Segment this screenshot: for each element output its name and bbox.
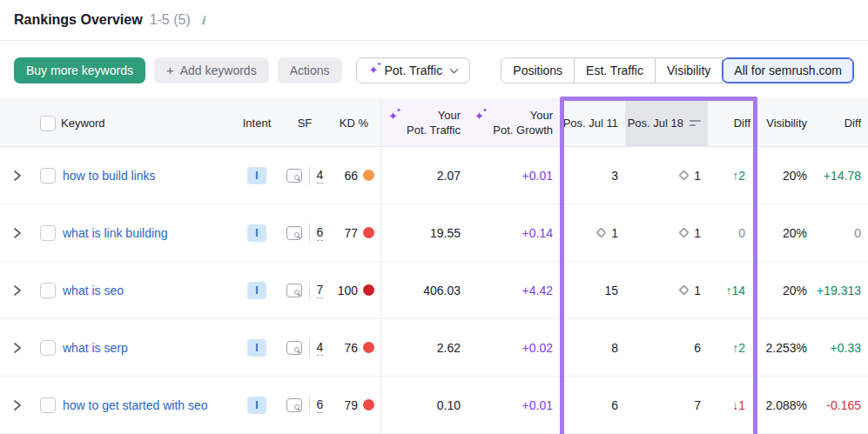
header-diff[interactable]: Diff bbox=[708, 100, 757, 146]
keyword-link[interactable]: how to build links bbox=[61, 169, 156, 183]
row-checkbox[interactable] bbox=[40, 168, 56, 184]
header-visibility-diff[interactable]: Diff bbox=[814, 100, 868, 146]
keyword-cell: what is link building bbox=[61, 204, 235, 261]
serp-features-icon[interactable] bbox=[286, 169, 302, 183]
sf-count[interactable]: 4 bbox=[317, 339, 324, 356]
header-pos-jul-18[interactable]: Pos. Jul 18 bbox=[625, 100, 708, 146]
kd-difficulty-dot bbox=[363, 170, 374, 181]
info-icon[interactable]: i bbox=[201, 14, 205, 27]
tab-positions[interactable]: Positions bbox=[501, 57, 575, 83]
header-kd[interactable]: KD % bbox=[331, 100, 380, 146]
intent-badge[interactable]: I bbox=[247, 282, 266, 299]
kd-difficulty-dot bbox=[363, 284, 374, 296]
pos-jul-11-cell: 1 bbox=[560, 204, 625, 261]
results-range: 1-5 (5) bbox=[150, 12, 191, 28]
sf-count[interactable]: 7 bbox=[317, 282, 324, 298]
sf-count[interactable]: 6 bbox=[317, 224, 324, 241]
visibility-diff-cell: 0 bbox=[814, 204, 868, 261]
page-title: Rankings Overview bbox=[14, 12, 143, 28]
select-all-checkbox[interactable] bbox=[40, 116, 56, 131]
serp-feature-diamond-icon bbox=[595, 227, 607, 238]
divider bbox=[309, 396, 310, 415]
divider bbox=[309, 281, 310, 300]
keyword-link[interactable]: what is link building bbox=[61, 226, 168, 240]
header-checkbox-cell bbox=[35, 100, 61, 146]
pot-traffic-cell: 2.62 bbox=[380, 319, 468, 376]
visibility-cell: 20% bbox=[757, 147, 814, 204]
header-pos-jul-11[interactable]: Pos. Jul 11 bbox=[560, 100, 625, 146]
serp-features-icon[interactable] bbox=[286, 341, 302, 355]
toolbar: Buy more keywords + Add keywords Actions… bbox=[0, 41, 868, 99]
row-expand-button[interactable] bbox=[0, 147, 35, 204]
header-pot-traffic[interactable]: ✦✦ YourPot. Traffic bbox=[380, 100, 468, 146]
kd-cell: 79 bbox=[331, 377, 380, 433]
visibility-cell: 2.253% bbox=[757, 319, 814, 376]
chevron-right-icon bbox=[13, 284, 22, 297]
tab-visibility[interactable]: Visibility bbox=[655, 57, 723, 83]
serp-feature-diamond-icon bbox=[678, 284, 690, 296]
chevron-right-icon bbox=[13, 227, 22, 239]
row-expand-button[interactable] bbox=[0, 262, 35, 318]
pos-jul-11-cell: 6 bbox=[560, 377, 625, 433]
pot-growth-cell: +0.01 bbox=[468, 377, 560, 433]
serp-features-icon[interactable] bbox=[286, 284, 302, 297]
actions-button[interactable]: Actions bbox=[278, 57, 342, 83]
header-intent[interactable]: Intent bbox=[235, 100, 279, 146]
keyword-link[interactable]: what is serp bbox=[61, 341, 128, 355]
row-checkbox-cell bbox=[35, 377, 61, 433]
keyword-link[interactable]: what is seo bbox=[61, 284, 124, 297]
intent-badge[interactable]: I bbox=[247, 224, 266, 242]
header-pot-growth[interactable]: ✦✦ YourPot. Growth bbox=[468, 100, 560, 146]
sf-count[interactable]: 6 bbox=[317, 397, 324, 413]
keyword-link[interactable]: how to get started with seo bbox=[61, 398, 208, 412]
chevron-down-icon bbox=[450, 64, 459, 73]
buy-more-keywords-button[interactable]: Buy more keywords bbox=[14, 57, 145, 83]
row-checkbox[interactable] bbox=[40, 225, 56, 241]
table-row: how to get started with seo I 6 79 0.10 … bbox=[0, 377, 868, 434]
row-expand-button[interactable] bbox=[0, 319, 35, 376]
header-keyword[interactable]: Keyword bbox=[61, 100, 235, 146]
row-checkbox-cell bbox=[35, 204, 61, 261]
intent-badge[interactable]: I bbox=[247, 397, 266, 414]
table-row: what is serp I 4 76 2.62 +0.02 8 6 ↑2 2.… bbox=[0, 319, 868, 377]
serp-features-icon[interactable] bbox=[286, 398, 302, 412]
keyword-cell: how to build links bbox=[61, 147, 235, 204]
serp-features-icon[interactable] bbox=[286, 226, 302, 240]
pot-growth-cell: +4.42 bbox=[468, 262, 560, 318]
table-row: what is link building I 6 77 19.55 +0.14… bbox=[0, 204, 868, 262]
visibility-cell: 20% bbox=[757, 262, 814, 318]
kd-difficulty-dot bbox=[363, 399, 374, 411]
sf-cell: 4 bbox=[279, 147, 331, 204]
add-keywords-button[interactable]: + Add keywords bbox=[154, 57, 269, 83]
kd-difficulty-dot bbox=[363, 342, 374, 353]
diff-cell: 0 bbox=[708, 204, 757, 261]
row-checkbox[interactable] bbox=[40, 397, 56, 413]
intent-badge[interactable]: I bbox=[247, 167, 266, 184]
row-expand-button[interactable] bbox=[0, 204, 35, 261]
pos-jul-18-cell: 1 bbox=[625, 262, 708, 318]
row-checkbox[interactable] bbox=[40, 283, 56, 298]
row-checkbox[interactable] bbox=[40, 340, 56, 356]
divider bbox=[309, 224, 310, 243]
row-expand-button[interactable] bbox=[0, 377, 35, 433]
chevron-right-icon bbox=[13, 342, 22, 354]
diff-cell: ↑14 bbox=[708, 262, 757, 318]
pos-jul-18-cell: 7 bbox=[625, 377, 708, 433]
header-visibility[interactable]: Visibility bbox=[757, 100, 814, 146]
visibility-diff-cell: +14.78 bbox=[814, 147, 868, 204]
ai-sparkles-icon: ✦✦ bbox=[388, 110, 398, 122]
pot-traffic-cell: 0.10 bbox=[380, 377, 468, 433]
intent-badge[interactable]: I bbox=[247, 339, 266, 357]
sf-cell: 6 bbox=[279, 204, 331, 261]
header-sf[interactable]: SF bbox=[279, 100, 331, 146]
sf-count[interactable]: 4 bbox=[317, 167, 324, 184]
keyword-cell: what is serp bbox=[61, 319, 235, 376]
tab-est-traffic[interactable]: Est. Traffic bbox=[574, 57, 656, 83]
diff-cell: ↑2 bbox=[708, 147, 757, 204]
visibility-diff-cell: +0.33 bbox=[814, 319, 868, 376]
metric-dropdown[interactable]: ✦✦ Pot. Traffic bbox=[356, 57, 471, 83]
pot-traffic-cell: 2.07 bbox=[380, 147, 468, 204]
intent-cell: I bbox=[235, 377, 279, 433]
visibility-cell: 2.088% bbox=[757, 377, 814, 433]
tab-all-for-domain[interactable]: All for semrush.com bbox=[722, 57, 854, 83]
